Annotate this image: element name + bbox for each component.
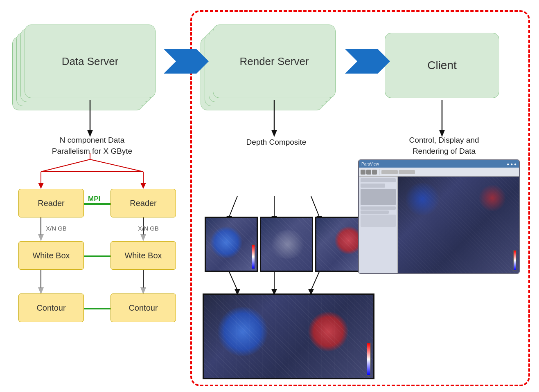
contour-right-box: Contour	[111, 293, 176, 322]
mpi-line-reader	[84, 203, 111, 205]
contour-left-box: Contour	[18, 293, 84, 322]
whitebox-left-box: White Box	[18, 241, 84, 270]
render-panel-2	[260, 217, 313, 272]
pv-titlebar-text: ParaView	[361, 162, 379, 166]
control-display-label: Control, Display andRendering of Data	[397, 135, 491, 157]
render-panel-1	[205, 217, 258, 272]
depth-composite-label: Depth Composite	[235, 137, 317, 148]
svg-marker-11	[38, 183, 44, 189]
diagram-container: Data Server Render Server Client	[0, 0, 539, 392]
pv-viewport	[398, 177, 519, 273]
svg-line-6	[41, 159, 90, 172]
svg-marker-17	[140, 234, 146, 241]
reader-left-box: Reader	[18, 189, 84, 217]
mpi-line-contour	[84, 308, 111, 309]
mpi-line-whitebox	[84, 255, 111, 257]
pv-main-area	[359, 177, 519, 273]
pv-window-controls: ● ● ●	[507, 162, 516, 166]
svg-marker-15	[38, 234, 44, 241]
n-component-label: N component DataParallelism for X GByte	[41, 135, 143, 157]
whitebox-right-box: White Box	[111, 241, 176, 270]
xngb-right-label: X/N GB	[138, 224, 159, 233]
pv-toolbar	[359, 168, 519, 177]
svg-line-7	[90, 159, 143, 172]
client-box: Client	[385, 33, 499, 98]
render-server-label: Render Server	[213, 25, 336, 98]
reader-right-box: Reader	[111, 189, 176, 217]
data-server-label: Data Server	[25, 25, 156, 98]
pv-sidebar	[359, 177, 398, 273]
svg-marker-13	[140, 183, 146, 189]
xngb-left-label: X/N GB	[46, 224, 67, 233]
pv-window: ParaView ● ● ●	[358, 159, 520, 274]
render-composite-panel	[203, 293, 374, 379]
pv-titlebar: ParaView ● ● ●	[359, 160, 519, 168]
mpi-label: MPI	[88, 195, 100, 203]
